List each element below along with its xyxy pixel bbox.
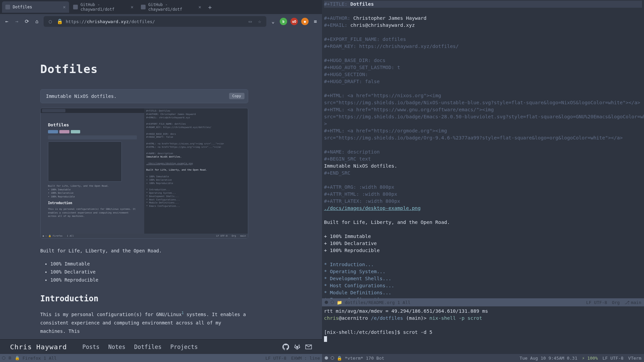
close-icon[interactable]: × [63,4,66,10]
site-brand[interactable]: Chris Hayward [10,343,67,351]
bookmark-icon[interactable]: ☆ [256,18,263,25]
back-button[interactable]: ← [3,18,10,25]
browser-tab-active[interactable]: Dotfiles × [2,1,69,13]
github-icon[interactable] [282,344,289,350]
codebox-text: Immutable NixOS dotfiles. [46,94,117,99]
page-title: Dotfiles [40,62,248,76]
nav-link-posts[interactable]: Posts [83,344,100,350]
term-prompt-line: chris@acernitro /e/dotfiles (main)> nix-… [324,315,642,322]
buffer-position: 1 All [44,356,57,361]
gitlab-icon[interactable] [294,344,301,350]
modeline-dot-icon [331,356,334,360]
browser-nav-bar: ← → ⟳ ⌂ ◯ 🔒 https://chrishayward.xyz/dot… [0,14,322,29]
reload-button[interactable]: ⟳ [23,18,30,25]
encoding: LF UTF-8 [586,300,607,305]
tab-title: GitHub - chayward1/dotf [148,2,196,12]
reader-mode-icon[interactable]: ▭ [247,18,254,25]
favicon [5,5,10,9]
feature-list: 100% Immutable 100% Declarative 100% Rep… [40,260,248,284]
url-text: https://chrishayward.xyz/dotfiles/ [66,19,155,24]
browser-tab[interactable]: GitHub - chayward1/dotf × [138,1,205,13]
vterm-terminal[interactable]: rtt min/avg/max/mdev = 49.294/186.651/36… [322,306,644,354]
battery-status: ⚡ 100% [582,356,598,361]
shield-icon: ◯ [47,18,54,25]
image-link[interactable]: ./docs/images/desktop-example.png [324,205,421,211]
modeline-dot-icon [325,356,328,360]
favicon [73,5,78,9]
modeline-dot-icon [325,301,328,304]
modeline-dot-icon [331,301,334,304]
nav-link-projects[interactable]: Projects [170,344,198,350]
tagline: Built for Life, Liberty, and the Open Ro… [40,248,248,253]
extension-ublock-icon[interactable]: uO [290,18,298,25]
browser-tab[interactable]: GitHub - chayward1/dotf × [70,1,137,13]
list-item: 100% Reproducible [50,276,248,284]
datetime: Tue Aug 10 9:45AM 0.31 [520,356,577,361]
site-nav-bar: Chris Hayward Posts Notes Dotfiles Proje… [0,339,322,354]
page-content-scroll[interactable]: Dotfiles Immutable NixOS dotfiles. Copy … [0,29,319,339]
extension-icon[interactable]: ● [301,18,309,25]
email-icon[interactable] [305,344,312,350]
modeline-org: 📁 dotfiles/README.org 1 All LF UTF-8 Org… [322,298,644,306]
encoding: LF UTF-8 [265,356,286,361]
lock-icon: 🔒 [15,356,20,360]
url-bar[interactable]: ◯ 🔒 https://chrishayward.xyz/dotfiles/ ▭… [44,16,266,27]
section-heading: Introduction [40,294,248,303]
nav-link-dotfiles[interactable]: Dotfiles [134,344,162,350]
nav-link-notes[interactable]: Notes [108,344,125,350]
cursor [324,336,327,342]
term-output: rtt min/avg/max/mdev = 49.294/186.651/36… [324,308,642,315]
favicon [141,5,146,9]
term-prompt-line: [nix-shell:/etc/dotfiles]$ scrot -d 5 [324,329,642,336]
tab-title: Dotfiles [13,5,32,9]
tab-title: GitHub - chayward1/dotf [80,2,128,12]
major-mode: VTerm [628,356,641,361]
home-button[interactable]: ⌂ [34,18,40,25]
modeline-dot-icon [2,356,5,360]
mini-intro: Introduction [48,201,137,205]
buffer-position: 170 Bot [366,356,384,361]
major-mode: EXWM : line [291,356,320,361]
description-codebox: Immutable NixOS dotfiles. Copy [40,89,248,103]
mini-title: Dotfiles [48,122,137,127]
file-icon: 🗎 [8,356,12,360]
pocket-icon[interactable]: ⌄ [270,18,276,25]
modeline-vterm: 🔒 *vterm* 170 Bot Tue Aug 10 9:45AM 0.31… [322,354,644,362]
intro-paragraph: This is my personal configuration(s) for… [40,310,248,336]
buffer-path: dotfiles/README.org [345,300,395,305]
copy-button[interactable]: Copy [229,93,245,99]
extension-icon[interactable]: b [280,18,287,25]
folder-icon: 📁 [337,300,342,305]
hamburger-menu-icon[interactable]: ≡ [312,18,319,25]
buffer-position: 1 All [397,300,411,305]
lock-icon: 🔒 [56,18,63,25]
new-tab-button[interactable]: + [205,2,215,12]
forward-button[interactable]: → [13,18,20,25]
close-icon[interactable]: × [199,4,201,10]
org-buffer[interactable]: #+TITLE: Dotfiles #+AUTHOR: Christopher … [322,0,644,298]
close-icon[interactable]: × [131,4,133,10]
screenshot-preview: Dotfiles Built for Life, Liberty, and th… [40,108,248,239]
list-item: 100% Immutable [50,260,248,268]
buffer-name: Firefox [22,356,41,361]
lock-icon: 🔒 [337,356,342,361]
major-mode: Org [612,300,620,305]
browser-tab-bar: Dotfiles × GitHub - chayward1/dotf × Git… [0,0,322,14]
encoding: LF UTF-8 [602,356,624,361]
modeline-left: 🗎 🔒 Firefox 1 All LF UTF-8 EXWM : line [0,354,322,362]
list-item: 100% Declarative [50,268,248,276]
git-branch: ⎇ main [625,300,641,305]
buffer-name: *vterm* [345,356,363,361]
